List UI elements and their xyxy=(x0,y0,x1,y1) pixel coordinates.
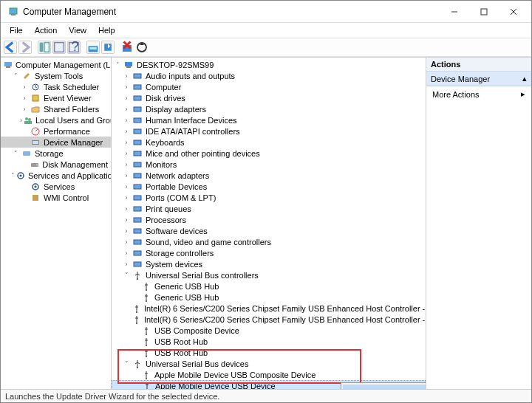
uninstall-toolbar-button[interactable] xyxy=(120,41,134,54)
scan-button[interactable] xyxy=(86,41,100,54)
collapse-icon[interactable]: ˅ xyxy=(11,171,15,180)
device-category[interactable]: ›System devices xyxy=(112,258,426,269)
collapse-icon[interactable]: ˅ xyxy=(122,359,131,368)
category-icon xyxy=(132,82,143,92)
device-category[interactable]: ›Storage controllers xyxy=(112,247,426,258)
collapse-icon[interactable]: ˅ xyxy=(11,149,20,158)
collapse-icon[interactable]: ˅ xyxy=(113,61,122,69)
expand-icon[interactable]: › xyxy=(122,72,131,80)
device-item[interactable]: Generic USB Hub xyxy=(112,280,426,292)
tree-item[interactable]: Performance xyxy=(1,125,111,137)
device-category[interactable]: ›Ports (COM & LPT) xyxy=(112,192,426,203)
device-category[interactable]: ›Audio inputs and outputs xyxy=(112,70,426,81)
expand-icon[interactable]: › xyxy=(122,227,131,235)
expand-icon[interactable] xyxy=(20,193,29,202)
device-category[interactable]: ›Display adapters xyxy=(112,103,426,114)
tree-item[interactable]: ›Task Scheduler xyxy=(1,81,111,92)
expand-icon[interactable]: › xyxy=(122,116,131,125)
actions-pane: Actions Device Manager▴ More Actions▸ xyxy=(426,58,531,389)
tree-system-tools[interactable]: ˅System Tools xyxy=(1,70,111,81)
device-item[interactable]: Apple Mobile Device USB Composite Device xyxy=(112,369,426,380)
expand-icon[interactable]: › xyxy=(122,127,131,136)
expand-icon[interactable]: › xyxy=(20,83,29,92)
expand-icon[interactable] xyxy=(20,138,29,147)
help-toolbar-button[interactable]: ? xyxy=(67,41,81,54)
tree-root[interactable]: Computer Management (Local) xyxy=(1,59,111,70)
expand-icon[interactable]: › xyxy=(122,171,131,180)
device-item[interactable]: Intel(R) 6 Series/C200 Series Chipset Fa… xyxy=(112,314,426,325)
expand-icon[interactable]: › xyxy=(122,238,131,247)
expand-icon[interactable]: › xyxy=(122,260,131,269)
expand-icon[interactable] xyxy=(20,182,29,191)
device-category[interactable]: ›Print queues xyxy=(112,203,426,214)
expand-icon[interactable]: › xyxy=(122,160,131,169)
tree-item[interactable]: Disk Management xyxy=(1,159,111,170)
expand-icon[interactable]: › xyxy=(20,94,29,103)
maximize-button[interactable] xyxy=(469,1,499,22)
device-root[interactable]: ˅DESKTOP-92SMS99 xyxy=(112,59,426,70)
expand-icon[interactable]: › xyxy=(122,216,131,224)
expand-icon[interactable]: › xyxy=(122,149,131,158)
device-item[interactable]: USB Root Hub xyxy=(112,347,426,358)
collapse-icon[interactable]: ˅ xyxy=(122,271,131,280)
expand-icon[interactable]: › xyxy=(122,94,131,103)
tree-item[interactable]: ›Event Viewer xyxy=(1,92,111,103)
tree-services-apps[interactable]: ˅Services and Applications xyxy=(1,170,111,181)
device-category[interactable]: ›Keyboards xyxy=(112,137,426,148)
device-category[interactable]: ›Sound, video and game controllers xyxy=(112,236,426,247)
svg-rect-54 xyxy=(134,240,141,244)
device-item[interactable]: Generic USB Hub xyxy=(112,292,426,303)
device-category[interactable]: ›Portable Devices xyxy=(112,181,426,192)
forward-button[interactable] xyxy=(18,41,32,54)
device-category[interactable]: ›Network adapters xyxy=(112,170,426,181)
expand-icon[interactable]: › xyxy=(122,204,131,213)
collapse-icon[interactable]: ˅ xyxy=(11,72,20,80)
menu-file[interactable]: File xyxy=(4,24,29,36)
expand-icon[interactable] xyxy=(20,160,28,169)
expand-icon[interactable]: › xyxy=(122,105,131,114)
actions-device-manager[interactable]: Device Manager▴ xyxy=(426,72,531,86)
expand-icon[interactable]: › xyxy=(122,193,131,202)
expand-icon[interactable]: › xyxy=(122,249,131,258)
tree-item[interactable]: WMI Control xyxy=(1,192,111,203)
device-category[interactable]: ›Software devices xyxy=(112,225,426,236)
tree-storage[interactable]: ˅Storage xyxy=(1,148,111,159)
category-usb-devices[interactable]: ˅Universal Serial Bus devices xyxy=(112,358,426,369)
device-category[interactable]: ›Computer xyxy=(112,81,426,92)
show-hide-button[interactable] xyxy=(38,41,51,54)
device-category[interactable]: ›IDE ATA/ATAPI controllers xyxy=(112,125,426,137)
expand-icon[interactable]: › xyxy=(20,116,22,125)
device-item[interactable]: USB Root Hub xyxy=(112,336,426,347)
refresh-button[interactable] xyxy=(135,41,149,54)
expand-icon[interactable]: › xyxy=(20,105,29,114)
category-usb-controllers[interactable]: ˅Universal Serial Bus controllers xyxy=(112,269,426,280)
properties-toolbar-button[interactable] xyxy=(52,41,66,54)
update-driver-button[interactable] xyxy=(101,41,115,54)
menu-action[interactable]: Action xyxy=(29,24,64,36)
device-category[interactable]: ›Disk drives xyxy=(112,92,426,103)
menu-help[interactable]: Help xyxy=(92,24,121,36)
item-icon xyxy=(30,82,41,92)
expand-icon[interactable] xyxy=(20,127,29,136)
device-category[interactable]: ›Monitors xyxy=(112,159,426,170)
menu-view[interactable]: View xyxy=(63,24,92,36)
expand-icon[interactable]: › xyxy=(122,83,131,92)
svg-point-59 xyxy=(146,300,147,302)
tree-item[interactable]: ›Shared Folders xyxy=(1,103,111,114)
expand-icon[interactable]: › xyxy=(122,182,131,191)
device-category[interactable]: ›Human Interface Devices xyxy=(112,114,426,125)
device-category[interactable]: ›Processors xyxy=(112,214,426,225)
device-category[interactable]: ›Mice and other pointing devices xyxy=(112,148,426,159)
ctx-update-driver[interactable]: Update driver xyxy=(343,385,426,389)
device-item[interactable]: Intel(R) 6 Series/C200 Series Chipset Fa… xyxy=(112,303,426,314)
tree-item[interactable]: Device Manager xyxy=(1,137,111,148)
minimize-button[interactable] xyxy=(440,1,469,22)
device-item[interactable]: USB Composite Device xyxy=(112,325,426,336)
actions-more[interactable]: More Actions▸ xyxy=(426,86,531,102)
tree-item[interactable]: ›Local Users and Groups xyxy=(1,114,111,125)
close-button[interactable] xyxy=(499,1,528,22)
tree-item[interactable]: Services xyxy=(1,181,111,192)
expand-icon[interactable]: › xyxy=(122,138,131,147)
computer-icon xyxy=(123,60,134,70)
back-button[interactable] xyxy=(4,41,17,54)
